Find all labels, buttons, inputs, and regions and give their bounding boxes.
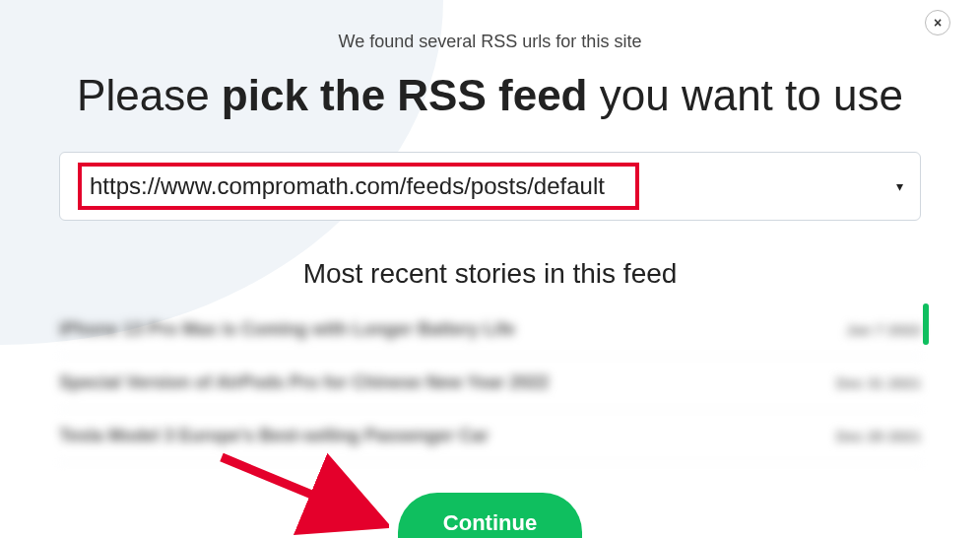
story-title: Special Version of AirPods Pro for Chine… bbox=[59, 372, 549, 393]
story-date: Dec 29 2021 bbox=[836, 428, 921, 444]
page-title: Please pick the RSS feed you want to use bbox=[59, 70, 921, 122]
feed-list: iPhone 13 Pro Max is Coming with Longer … bbox=[59, 303, 921, 463]
continue-button[interactable]: Continue bbox=[398, 493, 582, 538]
close-button[interactable]: × bbox=[925, 10, 950, 35]
story-date: Jan 7 2022 bbox=[846, 321, 921, 338]
list-item[interactable]: iPhone 13 Pro Max is Coming with Longer … bbox=[59, 303, 921, 357]
list-item[interactable]: Tesla Model 3 Europe's Best-selling Pass… bbox=[59, 410, 921, 463]
story-date: Dec 31 2021 bbox=[836, 374, 921, 391]
feed-url-select-wrap: https://www.compromath.com/feeds/posts/d… bbox=[59, 152, 921, 221]
story-title: Tesla Model 3 Europe's Best-selling Pass… bbox=[59, 426, 489, 446]
story-title: iPhone 13 Pro Max is Coming with Longer … bbox=[59, 319, 515, 340]
title-pre: Please bbox=[77, 71, 222, 119]
close-icon: × bbox=[934, 15, 942, 31]
title-post: you want to use bbox=[588, 71, 903, 119]
subtitle-text: We found several RSS urls for this site bbox=[0, 32, 980, 52]
title-bold: pick the RSS feed bbox=[222, 71, 588, 119]
list-item[interactable]: Special Version of AirPods Pro for Chine… bbox=[59, 357, 921, 410]
feed-url-select[interactable]: https://www.compromath.com/feeds/posts/d… bbox=[59, 152, 921, 221]
continue-label: Continue bbox=[443, 510, 537, 535]
scrollbar-handle[interactable] bbox=[923, 303, 929, 345]
feed-list-title: Most recent stories in this feed bbox=[0, 258, 980, 290]
